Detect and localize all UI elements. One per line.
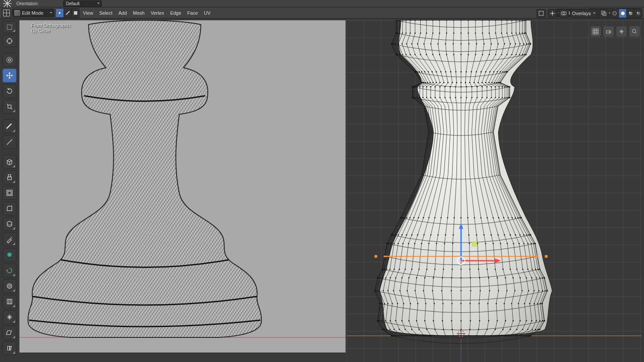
svg-rect-29 xyxy=(7,299,12,304)
svg-point-205 xyxy=(430,86,431,88)
svg-point-172 xyxy=(395,277,397,279)
svg-point-360 xyxy=(475,32,476,34)
svg-point-71 xyxy=(382,269,383,270)
viewport-left[interactable] xyxy=(19,20,346,353)
svg-point-123 xyxy=(419,71,420,72)
tool-select-box[interactable] xyxy=(3,21,16,33)
svg-point-422 xyxy=(495,54,496,55)
svg-point-87 xyxy=(402,217,403,218)
svg-point-153 xyxy=(387,290,389,291)
svg-point-384 xyxy=(473,82,475,83)
reference-image xyxy=(19,20,346,353)
shading-wireframe[interactable] xyxy=(611,9,619,18)
tool-smooth[interactable] xyxy=(3,279,16,293)
tool-move[interactable] xyxy=(3,69,16,82)
svg-point-177 xyxy=(406,335,407,337)
mode-dropdown[interactable]: Edit Mode xyxy=(12,9,54,17)
menu-face[interactable]: Face xyxy=(185,9,200,17)
svg-point-276 xyxy=(435,329,436,330)
svg-point-414 xyxy=(496,303,497,304)
editor-type-button[interactable] xyxy=(2,9,11,17)
tool-edge-slide[interactable] xyxy=(3,295,16,308)
svg-point-280 xyxy=(446,32,447,34)
tool-loopcut[interactable] xyxy=(3,217,16,231)
shading-rendered[interactable] xyxy=(634,9,642,18)
gizmo-visibility[interactable] xyxy=(548,9,557,18)
nav-grid-icon[interactable] xyxy=(590,26,601,37)
svg-point-474 xyxy=(518,303,519,304)
svg-point-8 xyxy=(552,13,553,14)
menu-select[interactable]: Select xyxy=(97,9,115,17)
shading-material[interactable] xyxy=(626,9,634,18)
overlays-dropdown[interactable]: Overlays xyxy=(570,9,597,18)
svg-point-83 xyxy=(415,71,416,72)
svg-point-601 xyxy=(530,43,531,44)
svg-point-354 xyxy=(470,303,471,304)
svg-point-347 xyxy=(467,217,469,218)
overlays-toggle[interactable] xyxy=(559,9,568,18)
tool-shear[interactable] xyxy=(3,326,16,340)
svg-point-1 xyxy=(59,12,60,14)
shading-solid[interactable] xyxy=(619,9,626,18)
tool-rip[interactable] xyxy=(3,341,16,355)
tool-shrink[interactable] xyxy=(3,310,16,324)
svg-point-285 xyxy=(450,86,451,88)
svg-point-324 xyxy=(460,82,462,83)
tool-knife[interactable] xyxy=(3,233,16,246)
svg-point-495 xyxy=(526,320,527,321)
svg-point-405 xyxy=(482,86,483,88)
svg-point-501 xyxy=(519,43,520,44)
menu-add[interactable]: Add xyxy=(116,9,130,17)
svg-point-520 xyxy=(519,32,520,34)
edge-select-mode[interactable] xyxy=(63,9,71,17)
menu-uv[interactable]: UV xyxy=(201,9,213,17)
svg-point-174 xyxy=(397,303,398,304)
nav-pan-icon[interactable] xyxy=(616,26,627,37)
svg-point-554 xyxy=(537,303,538,304)
tool-measure[interactable] xyxy=(3,135,16,149)
face-select-mode[interactable] xyxy=(71,9,79,17)
tool-bevel[interactable] xyxy=(3,201,16,215)
vertex-select-mode[interactable] xyxy=(56,9,63,17)
svg-point-514 xyxy=(529,303,530,304)
menu-vertex[interactable]: Vertex xyxy=(148,9,167,17)
tool-extrude[interactable] xyxy=(3,170,16,184)
tool-polybuild[interactable] xyxy=(3,248,16,262)
svg-point-171 xyxy=(399,269,400,270)
xray-toggle[interactable] xyxy=(599,9,609,18)
nav-zoom-icon[interactable] xyxy=(629,26,640,37)
svg-point-107 xyxy=(403,217,405,218)
menu-edge[interactable]: Edge xyxy=(168,9,184,17)
tool-move-selected[interactable] xyxy=(3,53,16,67)
svg-point-377 xyxy=(476,335,477,337)
tool-inset[interactable] xyxy=(3,186,16,200)
svg-point-349 xyxy=(469,243,470,244)
svg-point-489 xyxy=(518,243,520,244)
tool-scale[interactable] xyxy=(3,100,16,113)
tool-cursor[interactable] xyxy=(3,35,16,47)
menu-view[interactable]: View xyxy=(80,9,96,17)
tool-rotate[interactable] xyxy=(3,84,16,98)
svg-point-134 xyxy=(387,303,389,304)
svg-point-628 xyxy=(412,255,414,257)
tool-spin[interactable] xyxy=(3,264,16,277)
tool-annotate[interactable] xyxy=(3,120,16,133)
svg-point-187 xyxy=(418,217,419,218)
svg-point-367 xyxy=(474,217,475,218)
svg-point-162 xyxy=(409,54,411,55)
orientation-dropdown[interactable]: Default xyxy=(63,0,102,7)
svg-point-612 xyxy=(544,277,545,279)
transform-orientation-icon[interactable] xyxy=(2,0,13,6)
svg-point-352 xyxy=(470,277,471,279)
mesh-edit-options[interactable] xyxy=(536,9,546,18)
svg-point-160 xyxy=(409,32,411,34)
viewport-right[interactable] xyxy=(346,20,642,362)
menu-mesh[interactable]: Mesh xyxy=(130,9,147,17)
svg-point-417 xyxy=(491,335,492,337)
svg-point-606 xyxy=(509,97,511,98)
nav-camera-icon[interactable] xyxy=(603,26,614,37)
svg-point-553 xyxy=(542,290,543,291)
svg-point-441 xyxy=(504,43,505,44)
svg-point-600 xyxy=(525,32,527,34)
tool-add-cube[interactable] xyxy=(3,155,16,169)
